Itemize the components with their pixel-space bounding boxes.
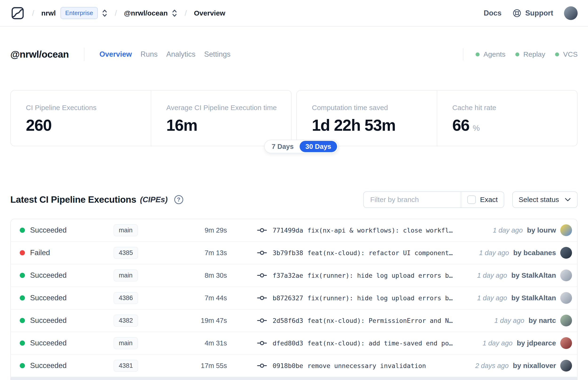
next-row-peek — [11, 377, 577, 380]
stat-ci-pipeline-executions: CI Pipeline Executions 260 — [11, 91, 151, 146]
status-cell: Succeeded — [20, 316, 114, 325]
breadcrumb-separator: / — [115, 8, 117, 18]
status-dot — [20, 318, 25, 323]
table-row[interactable]: Succeeded 4386 7m 44s b8726327 fix(runne… — [11, 287, 577, 309]
status-label: Succeeded — [30, 316, 67, 325]
branch-badge: 4382 — [114, 315, 138, 327]
status-dot-icon — [515, 53, 519, 57]
branch-badge: 4381 — [114, 360, 138, 372]
chevron-down-icon — [564, 197, 571, 202]
section-title: Latest CI Pipeline Executions — [10, 194, 136, 205]
time-cell: 1 day ago by StalkAltan — [477, 294, 556, 302]
commit-icon — [257, 318, 267, 323]
table-row[interactable]: Succeeded main 8m 30s f37a32ae fix(runne… — [11, 264, 577, 287]
duration: 19m 47s — [177, 317, 227, 324]
table-row[interactable]: Succeeded main 9m 29s 771499da fix(nx-ap… — [11, 219, 577, 242]
commit-cell: f37a32ae fix(runner): hide log upload er… — [227, 272, 477, 279]
breadcrumb-separator: / — [185, 8, 187, 18]
table-row[interactable]: Succeeded 4382 19m 47s 2d58f6d3 feat(nx-… — [11, 309, 577, 332]
author: by bcabanes — [513, 249, 556, 257]
commit-hash: 2d58f6d3 — [273, 317, 303, 324]
status-dot-icon — [555, 53, 559, 57]
commit-icon — [257, 228, 267, 233]
breadcrumb-org[interactable]: nrwl — [41, 9, 56, 17]
status-label: Succeeded — [30, 339, 67, 347]
branch-badge: 4385 — [114, 247, 138, 259]
org-switcher-chevron-updown-icon[interactable] — [102, 8, 108, 18]
stat-card-group-left: CI Pipeline Executions 260 Average CI Pi… — [10, 90, 292, 146]
cipe-table: Succeeded main 9m 29s 771499da fix(nx-ap… — [10, 219, 578, 380]
divider — [463, 48, 463, 60]
commit-icon — [257, 295, 267, 301]
range-option-30-days[interactable]: 30 Days — [300, 141, 337, 152]
tab-overview[interactable]: Overview — [99, 50, 132, 58]
status-cell: Succeeded — [20, 339, 114, 347]
table-row[interactable]: Failed 4385 7m 13s 3b79fb38 feat(nx-clou… — [11, 242, 577, 264]
stat-cache-hit-rate: Cache hit rate 66% — [437, 91, 577, 146]
time-ago: 1 day ago — [494, 317, 524, 324]
workspace-header: @nrwl/ocean Overview Runs Analytics Sett… — [0, 48, 588, 61]
nx-cloud-logo-icon[interactable] — [10, 4, 25, 22]
cipe-table-body: Succeeded main 9m 29s 771499da fix(nx-ap… — [11, 219, 577, 377]
branch-cell: 4385 — [114, 247, 177, 259]
author: by lourw — [527, 226, 556, 234]
breadcrumb-separator: / — [32, 8, 34, 18]
branch-cell: 4386 — [114, 292, 177, 304]
time-ago: 2 days ago — [475, 362, 509, 369]
commit-cell: 0918b0be remove unnecessary invalidation — [227, 362, 475, 369]
status-agents: Agents — [475, 50, 505, 58]
commit-hash: b8726327 — [273, 294, 303, 302]
help-icon[interactable]: ? — [174, 195, 183, 204]
branch-cell: 4382 — [114, 315, 177, 327]
select-status-button[interactable]: Select status — [512, 191, 578, 208]
status-replay: Replay — [515, 50, 545, 58]
commit-message: feat(nx-cloud): add time-saved end po… — [307, 340, 453, 347]
stat-average-execution-time: Average CI Pipeline Execution time 16m — [151, 91, 291, 146]
avatar — [560, 224, 572, 236]
enterprise-badge: Enterprise — [60, 7, 98, 19]
workspace-switcher-chevron-updown-icon[interactable] — [171, 8, 178, 18]
status-dot — [20, 273, 25, 278]
nav-right: Docs Support — [484, 6, 578, 20]
table-row[interactable]: Succeeded 4381 17m 55s 0918b0be remove u… — [11, 355, 577, 377]
breadcrumb-workspace[interactable]: @nrwl/ocean — [124, 9, 168, 17]
exact-toggle[interactable]: Exact — [461, 195, 504, 204]
branch-badge: main — [114, 337, 138, 349]
status-cell: Failed — [20, 248, 114, 257]
branch-cell: main — [114, 337, 177, 349]
status-dot — [20, 250, 25, 255]
commit-message: fix(nx-api & workflows): close workfl… — [307, 227, 453, 234]
status-dot-icon — [475, 53, 480, 57]
tab-runs[interactable]: Runs — [141, 50, 158, 58]
commit-cell: dfed80d3 feat(nx-cloud): add time-saved … — [227, 340, 483, 347]
author: by StalkAltan — [511, 271, 556, 279]
docs-link[interactable]: Docs — [484, 9, 501, 18]
avatar — [560, 247, 572, 259]
exact-checkbox[interactable] — [467, 195, 476, 204]
commit-cell: 2d58f6d3 feat(nx-cloud): PermissionError… — [227, 317, 494, 324]
range-option-7-days[interactable]: 7 Days — [266, 141, 300, 152]
branch-filter-input[interactable] — [364, 196, 461, 204]
commit-cell: 771499da fix(nx-api & workflows): close … — [227, 227, 493, 234]
breadcrumb-page: Overview — [194, 9, 225, 17]
tab-settings[interactable]: Settings — [204, 50, 230, 58]
commit-cell: b8726327 fix(runner): hide log upload er… — [227, 294, 477, 302]
time-ago: 1 day ago — [477, 294, 507, 302]
user-avatar[interactable] — [564, 6, 578, 20]
lifebuoy-icon — [512, 8, 522, 18]
commit-icon — [257, 341, 267, 346]
commit-hash: f37a32ae — [273, 272, 303, 279]
status-cell: Succeeded — [20, 226, 114, 234]
table-row[interactable]: Succeeded main 4m 31s dfed80d3 feat(nx-c… — [11, 332, 577, 355]
status-label: Succeeded — [30, 226, 67, 234]
branch-filter-group: Exact — [363, 191, 504, 208]
support-link[interactable]: Support — [512, 8, 553, 18]
workspace-tabs: Overview Runs Analytics Settings — [99, 50, 230, 58]
status-cell: Succeeded — [20, 361, 114, 370]
section-controls: Exact Select status — [363, 191, 578, 208]
tab-analytics[interactable]: Analytics — [166, 50, 195, 58]
avatar — [560, 360, 572, 372]
duration: 8m 30s — [177, 272, 227, 279]
commit-message: remove unnecessary invalidation — [307, 362, 426, 369]
duration: 4m 31s — [177, 339, 227, 347]
